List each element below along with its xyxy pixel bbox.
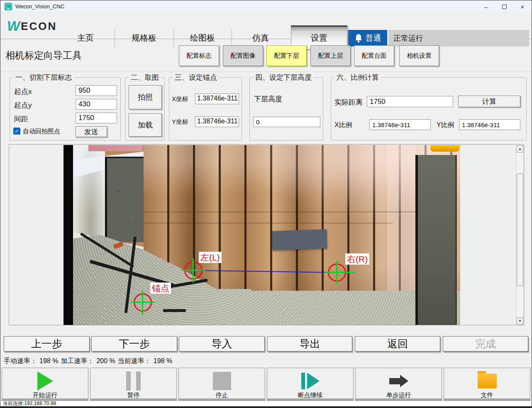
minimize-button[interactable]: –	[477, 0, 495, 13]
import-button[interactable]: 导入	[179, 336, 265, 351]
photo-dark-patch	[272, 229, 327, 251]
page-title: 相机标定向导工具	[5, 49, 82, 62]
config-marks-button[interactable]: 配置标志	[179, 45, 219, 66]
maximize-icon	[502, 5, 507, 9]
photo-right-concrete	[415, 155, 457, 325]
starty-label: 起点y	[14, 101, 32, 110]
vertical-scrollbar[interactable]: ▲ ▼	[516, 145, 523, 325]
panel-capture: 二、取图 拍照 加载	[125, 77, 165, 140]
alarm-button[interactable]: 普通	[348, 30, 387, 47]
photo-scratch	[144, 223, 393, 224]
left-point-label: 左(L)	[199, 252, 222, 263]
scroll-down-button[interactable]: ▼	[517, 317, 523, 324]
camera-image[interactable]: 左(L) 右(R) 锚点	[63, 145, 460, 325]
scroll-up-button[interactable]: ▲	[517, 145, 523, 152]
speed-status: 手动速率：198 %加工速率：200 %当前速率：198 %	[4, 357, 175, 366]
panel-scale-title: 六、比例计算	[334, 73, 381, 82]
run-status-bar: 正常运行	[388, 30, 529, 47]
tab-spec-board[interactable]: 规格板	[115, 27, 173, 49]
connection-status-bar: 当前连接:192.168.70.98	[0, 401, 532, 406]
current-speed-label: 当前速率：	[118, 357, 151, 364]
folder-icon	[478, 374, 497, 388]
camera-settings-button[interactable]: 相机设置	[399, 45, 439, 66]
lower-height-input[interactable]	[253, 117, 320, 127]
app-icon	[5, 3, 12, 10]
auto-return-checkbox[interactable]: ✓	[13, 128, 20, 135]
auto-return-label: 自动回拍照点	[23, 128, 60, 135]
config-lower-layer-button[interactable]: 配置下层	[266, 45, 307, 66]
config-upper-layer-button[interactable]: 配置上层	[310, 45, 351, 66]
process-speed-label: 加工速率：	[61, 357, 94, 364]
anchor-point-crosshair	[131, 302, 155, 303]
photo-concrete-panel	[105, 157, 144, 242]
startx-input[interactable]	[76, 85, 117, 96]
run-status-text: 正常运行	[393, 33, 423, 43]
start-run-button[interactable]: 开始运行	[2, 368, 88, 403]
play-icon	[37, 371, 53, 391]
distance-input[interactable]	[367, 96, 453, 107]
distance-label: 实际距离	[334, 98, 363, 107]
spacing-input[interactable]	[76, 113, 117, 123]
scrollbar-thumb[interactable]	[517, 174, 523, 286]
photo-pink-strip	[88, 145, 142, 151]
stop-icon	[213, 372, 231, 390]
anchor-y-input[interactable]: 1.38746e-311	[195, 116, 239, 127]
send-button[interactable]: 发送	[76, 126, 107, 137]
anchor-x-input[interactable]: 1.38746e-311	[195, 93, 239, 104]
photo-scratch	[144, 211, 417, 212]
startx-label: 起点x	[14, 87, 32, 96]
left-point-crosshair	[181, 270, 205, 271]
image-viewer[interactable]: 左(L) 右(R) 锚点 ▲ ▼	[9, 144, 524, 325]
xratio-input[interactable]	[369, 119, 431, 130]
panel-lower-height: 四、设定下层高度 下层高度	[249, 77, 323, 140]
window-title: Wecon_Vision_CNC	[15, 3, 64, 10]
file-button[interactable]: 文件	[444, 368, 530, 403]
back-button[interactable]: 返回	[355, 336, 440, 351]
window-bottom-edge	[0, 406, 532, 408]
calculate-button[interactable]: 计算	[458, 96, 520, 107]
anchor-y-label: Y坐标	[172, 118, 188, 126]
step-icon	[389, 375, 408, 387]
panel-scale: 六、比例计算 实际距离 计算 X比例 Y比例	[331, 77, 527, 140]
panel-lower-height-title: 四、设定下层高度	[253, 73, 314, 82]
resume-icon	[301, 373, 320, 389]
starty-input[interactable]	[76, 99, 117, 110]
single-step-button[interactable]: 单步运行	[355, 368, 442, 403]
panel-anchor-title: 三、设定锚点	[173, 73, 219, 82]
minimize-icon: –	[484, 3, 488, 10]
right-point-crosshair	[325, 272, 355, 273]
yratio-input[interactable]	[459, 119, 520, 130]
manual-speed-label: 手动速率：	[4, 357, 37, 364]
wecon-logo: W ECON	[7, 18, 56, 34]
app-window: Wecon_Vision_CNC – × W ECON 主页 规格板 绘图板 仿…	[0, 0, 532, 408]
process-speed-value: 200 %	[96, 357, 115, 364]
close-button[interactable]: ×	[513, 0, 532, 13]
maximize-button[interactable]	[495, 0, 513, 13]
load-button[interactable]: 加载	[129, 113, 162, 137]
next-step-button[interactable]: 下一步	[91, 336, 177, 351]
pause-icon	[126, 371, 141, 391]
export-button[interactable]: 导出	[267, 336, 352, 351]
current-speed-value: 198 %	[154, 357, 172, 364]
stop-button[interactable]: 停止	[178, 368, 265, 403]
logo-text: ECON	[21, 20, 57, 33]
lower-height-label: 下层高度	[254, 94, 282, 104]
title-bar: Wecon_Vision_CNC – ×	[0, 0, 532, 13]
panel-cut-marks: 一、切割下层标志 起点x 起点y 间距 ✓ 自动回拍照点 发送	[10, 77, 121, 140]
config-table-button[interactable]: 配置台面	[354, 45, 394, 66]
config-image-button[interactable]: 配置图像	[223, 45, 263, 66]
bell-icon	[354, 34, 363, 43]
prev-step-button[interactable]: 上一步	[4, 336, 90, 351]
yratio-label: Y比例	[437, 121, 454, 130]
panel-anchor: 三、设定锚点 X坐标 1.38746e-311 Y坐标 1.38746e-311	[169, 77, 242, 140]
finish-button[interactable]: 完成	[443, 336, 528, 351]
nav-bar: W ECON 主页 规格板 绘图板 仿真 设置 普通 正常运行	[0, 13, 532, 39]
resume-breakpoint-button[interactable]: 断点继续	[267, 368, 354, 403]
close-icon: ×	[521, 3, 525, 10]
tab-home[interactable]: 主页	[56, 27, 115, 49]
photo-button[interactable]: 拍照	[129, 85, 162, 109]
right-point-label: 右(R)	[345, 253, 369, 265]
header-divider	[0, 71, 532, 72]
pause-button[interactable]: 暂停	[90, 368, 177, 403]
scroll-down-icon: ▼	[518, 319, 522, 323]
